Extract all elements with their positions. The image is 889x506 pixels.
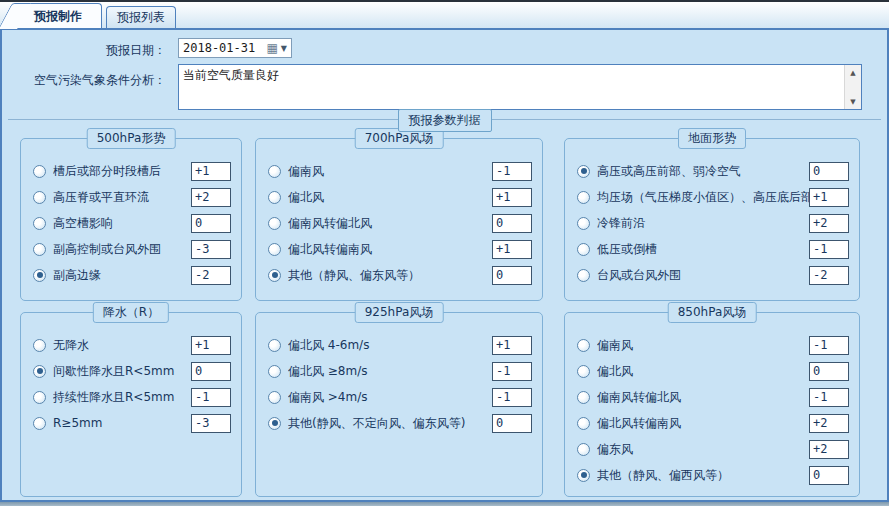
- analysis-textarea[interactable]: 当前空气质量良好 ▲ ▼: [178, 64, 862, 110]
- radio-label: 其他（静风、偏西风等）: [597, 467, 809, 484]
- radio-button[interactable]: [577, 417, 590, 430]
- score-input[interactable]: [809, 466, 849, 485]
- score-input[interactable]: [809, 266, 849, 285]
- window-bottom-edge: [0, 502, 889, 506]
- radio-button[interactable]: [268, 243, 281, 256]
- radio-row: 均压场（气压梯度小值区）、高压底后部: [577, 184, 849, 210]
- score-input[interactable]: [492, 214, 532, 233]
- radio-row: 偏北风转偏南风: [268, 236, 532, 262]
- calendar-icon[interactable]: ▦: [265, 42, 280, 54]
- radio-label: 间歇性降水且R<5mm: [53, 363, 191, 380]
- radio-label: 高空槽影响: [53, 215, 191, 232]
- score-input[interactable]: [191, 162, 231, 181]
- radio-row: 偏南风: [577, 332, 849, 358]
- score-input[interactable]: [191, 414, 231, 433]
- radio-row: 间歇性降水且R<5mm: [33, 358, 231, 384]
- tab-forecast-production[interactable]: 预报制作: [14, 3, 102, 28]
- chevron-down-icon[interactable]: ▼: [280, 44, 291, 53]
- tab-strip: 预报制作 预报列表: [0, 0, 889, 28]
- radio-button[interactable]: [577, 339, 590, 352]
- radio-row: 偏北风转偏南风: [577, 410, 849, 436]
- radio-row: 槽后或部分时段槽后: [33, 158, 231, 184]
- score-input[interactable]: [191, 188, 231, 207]
- score-input[interactable]: [492, 162, 532, 181]
- radio-button[interactable]: [268, 165, 281, 178]
- section-title: 预报参数判据: [398, 109, 492, 132]
- score-input[interactable]: [492, 188, 532, 207]
- radio-button[interactable]: [33, 165, 46, 178]
- score-input[interactable]: [191, 362, 231, 381]
- radio-label: 偏南风 >4m/s: [288, 389, 492, 406]
- radio-row: 副高控制或台风外围: [33, 236, 231, 262]
- radio-button[interactable]: [268, 339, 281, 352]
- radio-button[interactable]: [577, 217, 590, 230]
- radio-button[interactable]: [33, 391, 46, 404]
- score-input[interactable]: [809, 336, 849, 355]
- score-input[interactable]: [191, 240, 231, 259]
- radio-button[interactable]: [268, 269, 281, 282]
- tab-forecast-list[interactable]: 预报列表: [106, 6, 176, 28]
- score-input[interactable]: [809, 414, 849, 433]
- score-input[interactable]: [492, 240, 532, 259]
- radio-button[interactable]: [268, 417, 281, 430]
- radio-row: 偏北风 ≥8m/s: [268, 358, 532, 384]
- radio-label: 均压场（气压梯度小值区）、高压底后部: [597, 189, 809, 206]
- radio-button[interactable]: [577, 165, 590, 178]
- score-input[interactable]: [492, 362, 532, 381]
- score-input[interactable]: [492, 266, 532, 285]
- radio-label: 冷锋前沿: [597, 215, 809, 232]
- score-input[interactable]: [191, 214, 231, 233]
- radio-button[interactable]: [33, 191, 46, 204]
- radio-button[interactable]: [268, 365, 281, 378]
- radio-button[interactable]: [33, 269, 46, 282]
- radio-label: 高压或高压前部、弱冷空气: [597, 163, 809, 180]
- radio-button[interactable]: [577, 243, 590, 256]
- radio-label: 偏南风转偏北风: [597, 389, 809, 406]
- group-925hpa-wind: 925hPa风场 偏北风 4-6m/s 偏北风 ≥8m/s 偏南风 >4m/s: [255, 312, 543, 497]
- radio-button[interactable]: [577, 443, 590, 456]
- score-input[interactable]: [809, 440, 849, 459]
- radio-label: 偏北风转偏南风: [597, 415, 809, 432]
- radio-button[interactable]: [268, 191, 281, 204]
- radio-button[interactable]: [268, 391, 281, 404]
- score-input[interactable]: [191, 388, 231, 407]
- score-input[interactable]: [809, 188, 849, 207]
- radio-label: 其他（静风、偏东风等）: [288, 267, 492, 284]
- radio-button[interactable]: [33, 243, 46, 256]
- radio-button[interactable]: [577, 191, 590, 204]
- textarea-scrollbar[interactable]: ▲ ▼: [844, 65, 861, 109]
- radio-row: 偏东风: [577, 436, 849, 462]
- radio-label: 持续性降水且R<5mm: [53, 389, 191, 406]
- score-input[interactable]: [809, 240, 849, 259]
- score-input[interactable]: [492, 388, 532, 407]
- radio-button[interactable]: [577, 391, 590, 404]
- score-input[interactable]: [809, 388, 849, 407]
- radio-button[interactable]: [33, 339, 46, 352]
- scroll-up-icon[interactable]: ▲: [845, 65, 861, 80]
- radio-row: 偏北风: [268, 184, 532, 210]
- radio-button[interactable]: [33, 365, 46, 378]
- score-input[interactable]: [191, 336, 231, 355]
- score-input[interactable]: [809, 362, 849, 381]
- group-title: 降水（R）: [93, 302, 169, 323]
- radio-label: 无降水: [53, 337, 191, 354]
- forecast-date-picker[interactable]: 2018-01-31 ▦ ▼: [178, 38, 292, 58]
- radio-button[interactable]: [268, 217, 281, 230]
- group-surface-situation: 地面形势 高压或高压前部、弱冷空气 均压场（气压梯度小值区）、高压底后部 冷锋前…: [564, 138, 860, 301]
- radio-row: 副高边缘: [33, 262, 231, 288]
- score-input[interactable]: [191, 266, 231, 285]
- scroll-down-icon[interactable]: ▼: [845, 94, 861, 109]
- radio-button[interactable]: [577, 469, 590, 482]
- score-input[interactable]: [492, 414, 532, 433]
- score-input[interactable]: [809, 214, 849, 233]
- radio-button[interactable]: [577, 365, 590, 378]
- radio-button[interactable]: [577, 269, 590, 282]
- score-input[interactable]: [492, 336, 532, 355]
- forecast-date-label: 预报日期：: [6, 42, 166, 59]
- radio-button[interactable]: [33, 217, 46, 230]
- radio-button[interactable]: [33, 417, 46, 430]
- radio-label: 偏北风 ≥8m/s: [288, 363, 492, 380]
- radio-row: 其他（静风、偏东风等）: [268, 262, 532, 288]
- score-input[interactable]: [809, 162, 849, 181]
- radio-row: 其他(静风、不定向风、偏东风等): [268, 410, 532, 436]
